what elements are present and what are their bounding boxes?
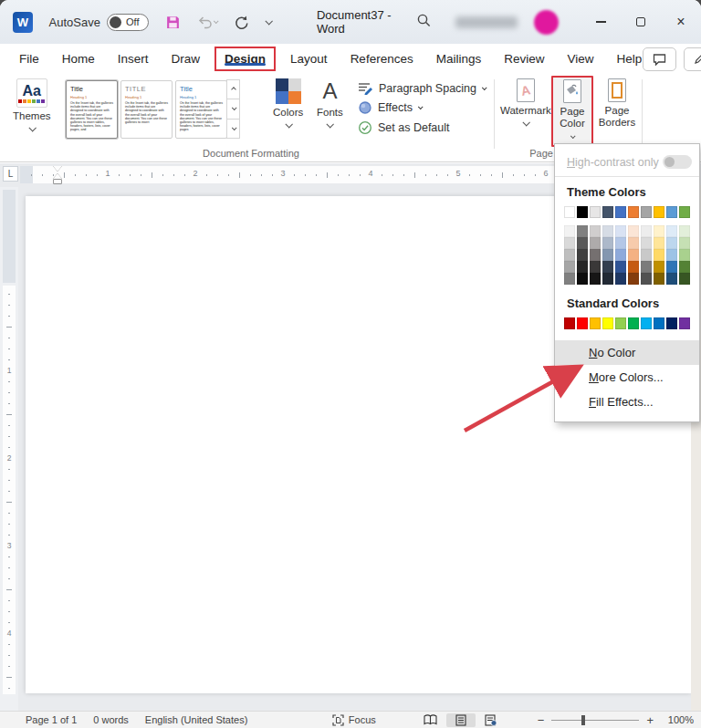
search-button[interactable] xyxy=(416,13,432,32)
gallery-more-button[interactable] xyxy=(226,119,240,139)
zoom-slider-handle[interactable] xyxy=(581,715,585,725)
print-layout-button[interactable] xyxy=(446,713,476,727)
standard-color-swatch[interactable] xyxy=(628,317,639,329)
theme-variant-swatch[interactable] xyxy=(564,249,575,261)
theme-variant-swatch[interactable] xyxy=(666,249,677,261)
theme-color-swatch[interactable] xyxy=(615,206,626,218)
customize-quick-access-button[interactable] xyxy=(264,17,273,26)
theme-variant-swatch[interactable] xyxy=(602,249,613,261)
theme-variant-swatch[interactable] xyxy=(577,261,588,273)
read-mode-button[interactable] xyxy=(414,713,446,726)
theme-variant-swatch[interactable] xyxy=(679,249,690,261)
paragraph-spacing-button[interactable]: Paragraph Spacing xyxy=(358,82,486,95)
set-as-default-button[interactable]: Set as Default xyxy=(358,120,486,135)
theme-variant-swatch[interactable] xyxy=(654,225,664,237)
word-app-icon[interactable]: W xyxy=(13,12,33,33)
account-avatar[interactable] xyxy=(534,10,559,35)
standard-color-swatch[interactable] xyxy=(615,317,626,329)
tab-home[interactable]: Home xyxy=(61,47,96,71)
theme-variant-swatch[interactable] xyxy=(628,249,639,261)
menu-item-more-colors[interactable]: More Colors... xyxy=(555,365,699,390)
gallery-scroll-down-button[interactable] xyxy=(226,99,240,119)
theme-color-swatch[interactable] xyxy=(577,206,588,218)
theme-variant-swatch[interactable] xyxy=(590,261,601,273)
standard-color-swatch[interactable] xyxy=(641,317,652,329)
zoom-slider[interactable] xyxy=(551,720,639,721)
zoom-out-button[interactable]: − xyxy=(538,713,545,727)
theme-variant-swatch[interactable] xyxy=(602,225,613,237)
minimize-button[interactable] xyxy=(581,0,621,44)
theme-color-swatch[interactable] xyxy=(590,206,601,218)
high-contrast-only-toggle-row[interactable]: High-contrast only xyxy=(555,150,699,176)
theme-variant-swatch[interactable] xyxy=(628,225,639,237)
theme-variant-swatch[interactable] xyxy=(577,249,588,261)
save-button[interactable] xyxy=(163,13,183,32)
word-count[interactable]: 0 words xyxy=(93,714,129,725)
autosave-control[interactable]: AutoSave Off xyxy=(49,14,149,31)
hanging-indent-marker[interactable] xyxy=(53,173,62,179)
theme-variant-swatch[interactable] xyxy=(628,237,639,249)
theme-variant-swatch[interactable] xyxy=(641,237,652,249)
theme-variant-swatch[interactable] xyxy=(641,273,652,285)
tab-review[interactable]: Review xyxy=(503,47,545,71)
theme-variant-swatch[interactable] xyxy=(590,225,601,237)
theme-color-swatch[interactable] xyxy=(602,206,613,218)
theme-variant-swatch[interactable] xyxy=(590,273,601,285)
fonts-button[interactable]: A Fonts xyxy=(317,78,343,128)
theme-variant-swatch[interactable] xyxy=(615,249,626,261)
zoom-level[interactable]: 100% xyxy=(663,714,694,725)
theme-variant-swatch[interactable] xyxy=(679,261,690,273)
style-set-card-1[interactable]: TitleHeading 1On the Insert tab, the gal… xyxy=(66,80,118,139)
theme-variant-swatch[interactable] xyxy=(564,261,575,273)
page-indicator[interactable]: Page 1 of 1 xyxy=(26,714,77,725)
theme-variant-swatch[interactable] xyxy=(654,261,664,273)
style-set-card-2[interactable]: TITLEHeading 1On the Insert tab, the gal… xyxy=(120,80,173,139)
tab-file[interactable]: File xyxy=(18,47,40,71)
theme-variant-swatch[interactable] xyxy=(602,273,613,285)
comments-button[interactable] xyxy=(643,47,676,71)
standard-color-swatch[interactable] xyxy=(679,317,690,329)
theme-variant-swatch[interactable] xyxy=(679,225,690,237)
theme-color-swatch[interactable] xyxy=(564,206,575,218)
theme-variant-swatch[interactable] xyxy=(615,261,626,273)
theme-variant-swatch[interactable] xyxy=(641,249,652,261)
standard-color-swatch[interactable] xyxy=(666,317,677,329)
watermark-button[interactable]: A Watermark xyxy=(500,78,551,126)
tab-draw[interactable]: Draw xyxy=(171,47,202,71)
close-button[interactable]: × xyxy=(661,0,701,44)
menu-item-fill-effects[interactable]: Fill Effects... xyxy=(555,390,699,414)
theme-variant-swatch[interactable] xyxy=(615,225,626,237)
gallery-scroll-up-button[interactable] xyxy=(226,79,240,99)
undo-dropdown-icon[interactable] xyxy=(214,18,219,24)
theme-variant-swatch[interactable] xyxy=(679,273,690,285)
tab-help[interactable]: Help xyxy=(616,47,643,71)
tab-stop-selector[interactable]: L xyxy=(3,166,18,182)
web-layout-button[interactable] xyxy=(476,713,507,727)
theme-variant-swatch[interactable] xyxy=(602,237,613,249)
standard-color-swatch[interactable] xyxy=(590,317,601,329)
theme-color-swatch[interactable] xyxy=(679,206,690,218)
tab-references[interactable]: References xyxy=(350,47,414,71)
theme-variant-swatch[interactable] xyxy=(654,249,664,261)
theme-variant-swatch[interactable] xyxy=(666,261,677,273)
theme-variant-swatch[interactable] xyxy=(564,225,575,237)
repeat-button[interactable] xyxy=(232,13,251,32)
theme-variant-swatch[interactable] xyxy=(641,225,652,237)
themes-button[interactable]: Aa Themes xyxy=(13,78,51,131)
standard-color-swatch[interactable] xyxy=(654,317,664,329)
theme-color-swatch[interactable] xyxy=(641,206,652,218)
colors-button[interactable]: Colors xyxy=(273,78,303,128)
theme-variant-swatch[interactable] xyxy=(666,273,677,285)
theme-variant-swatch[interactable] xyxy=(564,273,575,285)
effects-button[interactable]: Effects xyxy=(358,100,486,115)
theme-variant-swatch[interactable] xyxy=(628,273,639,285)
theme-variant-swatch[interactable] xyxy=(654,237,664,249)
theme-variant-swatch[interactable] xyxy=(590,237,601,249)
left-indent-marker[interactable] xyxy=(54,180,61,183)
tab-layout[interactable]: Layout xyxy=(289,47,329,71)
tab-mailings[interactable]: Mailings xyxy=(435,47,483,71)
theme-color-swatch[interactable] xyxy=(666,206,677,218)
theme-variant-swatch[interactable] xyxy=(666,237,677,249)
theme-variant-swatch[interactable] xyxy=(577,273,588,285)
standard-color-swatch[interactable] xyxy=(602,317,613,329)
